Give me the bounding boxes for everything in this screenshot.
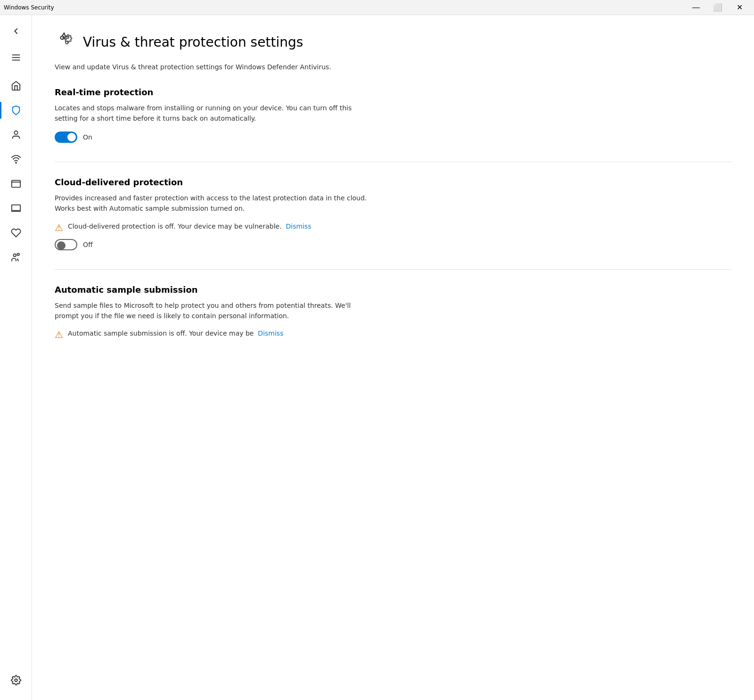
cloud-toggle-thumb	[57, 241, 66, 250]
laptop-icon	[11, 203, 21, 214]
home-icon	[11, 81, 21, 91]
realtime-toggle-label: On	[83, 133, 92, 141]
sample-warning-banner: ⚠ Automatic sample submission is off. Yo…	[55, 329, 731, 340]
main-content: Virus & threat protection settings View …	[32, 15, 754, 700]
page-header-icon	[55, 30, 75, 55]
svg-point-9	[13, 254, 16, 257]
realtime-title: Real-time protection	[55, 87, 731, 97]
cloud-desc: Provides increased and faster protection…	[55, 193, 375, 214]
section-realtime: Real-time protection Locates and stops m…	[55, 87, 731, 143]
sample-warning-icon: ⚠	[55, 329, 63, 340]
maximize-button[interactable]: ⬜	[707, 0, 729, 15]
back-button[interactable]	[0, 19, 32, 43]
cloud-toggle-label: Off	[83, 241, 93, 248]
minimize-button[interactable]: —	[685, 0, 707, 15]
cloud-warning-icon: ⚠	[55, 222, 63, 233]
family-icon	[11, 252, 21, 263]
page-subtitle: View and update Virus & threat protectio…	[55, 62, 375, 72]
sidebar-item-family[interactable]	[0, 245, 32, 270]
sample-dismiss-link[interactable]: Dismiss	[258, 329, 283, 337]
svg-rect-7	[11, 205, 20, 211]
cloud-toggle-row: Off	[55, 239, 731, 250]
cloud-warning-text: Cloud-delivered protection is off. Your …	[68, 222, 731, 231]
person-icon	[11, 130, 21, 140]
sidebar-item-settings[interactable]	[0, 668, 32, 692]
shield-icon	[11, 105, 21, 115]
wifi-icon	[11, 154, 21, 165]
realtime-toggle-thumb	[67, 133, 76, 141]
sidebar-item-home[interactable]	[0, 74, 32, 98]
section-sample: Automatic sample submission Send sample …	[55, 285, 731, 341]
gear-icon	[11, 675, 21, 685]
cloud-warning-banner: ⚠ Cloud-delivered protection is off. You…	[55, 222, 731, 233]
svg-point-11	[15, 679, 17, 682]
sidebar-item-health[interactable]	[0, 221, 32, 245]
realtime-toggle-row: On	[55, 132, 731, 143]
sample-desc: Send sample files to Microsoft to help p…	[55, 300, 375, 321]
svg-point-3	[14, 131, 17, 134]
app-container: Virus & threat protection settings View …	[0, 15, 754, 700]
cloud-dismiss-link[interactable]: Dismiss	[286, 222, 311, 230]
sidebar-item-firewall[interactable]	[0, 147, 32, 172]
sample-warning-text: Automatic sample submission is off. Your…	[68, 329, 731, 338]
divider-1	[55, 162, 731, 162]
section-cloud: Cloud-delivered protection Provides incr…	[55, 177, 731, 250]
sidebar-item-app[interactable]	[0, 172, 32, 196]
heart-icon	[11, 228, 21, 238]
close-button[interactable]: ✕	[729, 0, 750, 15]
divider-2	[55, 269, 731, 270]
sample-title: Automatic sample submission	[55, 285, 731, 295]
sidebar-item-device[interactable]	[0, 196, 32, 221]
cloud-toggle[interactable]	[55, 239, 77, 250]
sidebar	[0, 15, 32, 700]
svg-point-10	[17, 253, 19, 255]
app-title: Windows Security	[4, 4, 54, 11]
titlebar: Windows Security — ⬜ ✕	[0, 0, 754, 15]
sidebar-item-virus[interactable]	[0, 98, 32, 123]
hamburger-icon	[11, 52, 21, 63]
window-controls: — ⬜ ✕	[685, 0, 750, 15]
cloud-title: Cloud-delivered protection	[55, 177, 731, 187]
page-header: Virus & threat protection settings	[55, 30, 731, 55]
realtime-desc: Locates and stops malware from installin…	[55, 103, 375, 124]
browser-icon	[11, 179, 21, 189]
sidebar-nav	[0, 19, 32, 668]
page-title: Virus & threat protection settings	[83, 34, 303, 50]
menu-button[interactable]	[0, 45, 32, 70]
realtime-toggle[interactable]	[55, 132, 77, 143]
sample-warning-message: Automatic sample submission is off. Your…	[68, 329, 254, 337]
settings-gear-icon	[55, 30, 75, 51]
back-icon	[11, 26, 21, 36]
svg-point-4	[16, 162, 16, 163]
svg-rect-5	[11, 181, 20, 188]
sidebar-item-account[interactable]	[0, 123, 32, 147]
cloud-warning-message: Cloud-delivered protection is off. Your …	[68, 222, 282, 230]
